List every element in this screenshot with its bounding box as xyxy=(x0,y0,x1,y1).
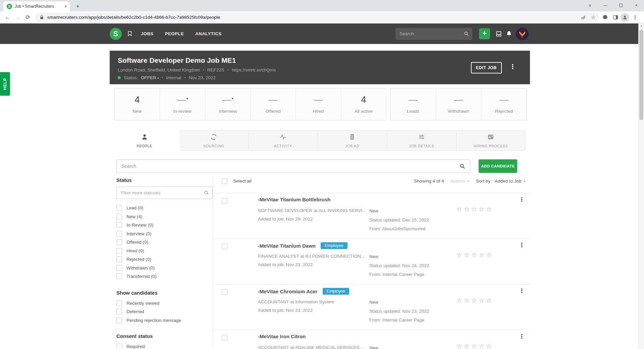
candidate-checkbox[interactable] xyxy=(222,244,227,249)
checkbox[interactable] xyxy=(116,222,122,228)
window-maximize-icon[interactable] xyxy=(613,0,629,11)
tab-hiring-process[interactable]: HIRING PROCESS xyxy=(457,131,526,151)
candidate-search-input[interactable] xyxy=(121,163,460,169)
pipeline-stage-all-active[interactable]: 4All active xyxy=(341,89,386,120)
star-icon[interactable]: ☆ xyxy=(464,251,471,258)
star-icon[interactable]: ☆ xyxy=(479,251,486,258)
star-icon[interactable]: ☆ xyxy=(479,206,486,213)
nav-link-people[interactable]: PEOPLE xyxy=(165,31,184,36)
candidate-rating[interactable]: ☆☆☆☆☆ xyxy=(457,297,493,304)
checkbox[interactable] xyxy=(116,214,122,219)
star-icon[interactable]: ☆ xyxy=(464,206,471,213)
tab-people[interactable]: PEOPLE xyxy=(110,131,179,151)
checkbox[interactable] xyxy=(116,273,122,279)
checkbox[interactable] xyxy=(116,309,122,314)
forward-icon[interactable]: → xyxy=(13,14,23,21)
candidate-menu-kebab-icon[interactable]: ⋮ xyxy=(519,196,525,203)
actions-dropdown[interactable]: Actions xyxy=(450,179,465,184)
candidate-rating[interactable]: ☆☆☆☆☆ xyxy=(457,205,493,213)
star-icon[interactable]: ☆ xyxy=(464,343,471,349)
notifications-bell-icon[interactable] xyxy=(506,30,512,37)
quick-add-button[interactable]: + xyxy=(479,28,490,39)
filter-option-interview-0-[interactable]: Interview (0) xyxy=(116,230,213,238)
filter-option-deferred[interactable]: Deferred xyxy=(116,307,213,316)
star-icon[interactable]: ☆ xyxy=(486,297,493,304)
star-icon[interactable]: ☆ xyxy=(486,343,493,349)
window-minimize-icon[interactable]: — xyxy=(598,0,613,11)
filter-option-hired-0-[interactable]: Hired (0) xyxy=(116,247,213,255)
pipeline-stage-hired[interactable]: —Hired xyxy=(296,89,341,120)
tab-job-details[interactable]: JOB DETAILS xyxy=(387,131,457,151)
candidate-menu-kebab-icon[interactable]: ⋮ xyxy=(519,242,525,249)
star-icon[interactable]: ☆ xyxy=(471,206,479,213)
checkbox[interactable] xyxy=(116,265,122,271)
checkbox[interactable] xyxy=(116,231,122,237)
filter-option-offered-0-[interactable]: Offered (0) xyxy=(116,238,213,247)
candidate-name[interactable]: -MeVitae Chromium AcerEmployee xyxy=(258,288,349,295)
global-search-input[interactable] xyxy=(399,31,464,36)
candidate-name[interactable]: -MeVitae Iron Citron xyxy=(258,334,306,339)
nav-link-analytics[interactable]: ANALYTICS xyxy=(195,31,222,36)
candidate-menu-kebab-icon[interactable]: ⋮ xyxy=(519,333,525,340)
filter-option-required[interactable]: Required xyxy=(116,342,213,349)
bookmark-icon[interactable] xyxy=(127,30,133,37)
browser-tab[interactable]: S Job • SmartRecruiters × xyxy=(3,1,70,11)
candidate-checkbox[interactable] xyxy=(222,289,227,295)
browser-menu-icon[interactable]: ⋮ xyxy=(633,14,638,20)
candidate-rating[interactable]: ☆☆☆☆☆ xyxy=(457,251,493,259)
filter-option-withdrawn-0-[interactable]: Withdrawn (0) xyxy=(116,264,213,272)
pipeline-stage-withdrawn[interactable]: —Withdrawn xyxy=(436,89,482,120)
scrollbar-up-arrow[interactable]: ▲ xyxy=(639,24,644,27)
checkbox[interactable] xyxy=(116,344,122,349)
star-icon[interactable]: ☆ xyxy=(464,297,471,304)
candidate-menu-kebab-icon[interactable]: ⋮ xyxy=(519,287,525,294)
address-bar[interactable]: smartrecruiters.com/app/jobs/details/be6… xyxy=(35,13,599,22)
candidate-rating[interactable]: ☆☆☆☆☆ xyxy=(457,342,493,349)
tab-activity[interactable]: ACTIVITY xyxy=(249,131,318,151)
new-tab-button[interactable]: + xyxy=(74,2,82,10)
edit-job-button[interactable]: EDIT JOB xyxy=(471,62,502,73)
candidate-name[interactable]: -MeVitae Titanium Bottlebrush xyxy=(258,197,330,202)
star-icon[interactable]: ☆ xyxy=(457,206,464,213)
star-icon[interactable]: ☆ xyxy=(457,343,464,349)
star-icon[interactable]: ☆ xyxy=(486,206,493,213)
filter-option-lead-0-[interactable]: Lead (0) xyxy=(116,204,213,212)
smartrecruiters-logo[interactable]: S xyxy=(110,28,122,40)
page-scrollbar[interactable]: ▲ xyxy=(638,23,644,349)
checkbox[interactable] xyxy=(116,317,122,323)
checkbox[interactable] xyxy=(116,205,122,211)
candidate-name[interactable]: -MeVitae Titanium DawnEmployee xyxy=(258,242,347,249)
candidate-checkbox[interactable] xyxy=(222,198,227,204)
global-search[interactable] xyxy=(395,28,472,40)
share-icon[interactable] xyxy=(581,15,586,20)
star-icon[interactable]: ☆ xyxy=(479,297,486,304)
inbox-icon[interactable] xyxy=(495,31,502,37)
tab-search-chevron-icon[interactable]: ∨ xyxy=(582,0,598,11)
checkbox[interactable] xyxy=(116,248,122,254)
extensions-icon[interactable] xyxy=(602,14,608,20)
job-short-url[interactable]: https://smrtr.io/chQms xyxy=(232,67,276,72)
filter-option-transferred-0-[interactable]: Transferred (0) xyxy=(116,272,213,281)
pipeline-stage-interview[interactable]: —▾Interview xyxy=(205,89,251,120)
back-icon[interactable]: ← xyxy=(3,14,13,21)
bookmark-star-icon[interactable]: ☆ xyxy=(591,14,596,20)
tab-sourcing[interactable]: SOURCING xyxy=(179,131,249,151)
star-icon[interactable]: ☆ xyxy=(486,251,493,258)
pipeline-stage-rejected[interactable]: —Rejected xyxy=(481,89,527,120)
reload-icon[interactable]: ⟳ xyxy=(23,14,33,21)
filter-option-pending-rejection-message[interactable]: Pending rejection message xyxy=(116,316,213,325)
star-icon[interactable]: ☆ xyxy=(471,297,479,304)
sort-by-dropdown[interactable]: Added to Job xyxy=(495,179,522,184)
pipeline-stage-in-review[interactable]: —▾In-review xyxy=(160,89,205,120)
tab-close-icon[interactable]: × xyxy=(64,4,67,9)
scrollbar-thumb[interactable] xyxy=(639,30,643,120)
window-close-icon[interactable]: × xyxy=(629,0,644,11)
nav-link-jobs[interactable]: JOBS xyxy=(141,31,154,36)
filter-option-new-4-[interactable]: New (4) xyxy=(116,212,213,221)
pipeline-stage-offered[interactable]: —Offered xyxy=(251,89,296,120)
help-tab[interactable]: HELP xyxy=(0,72,10,96)
star-icon[interactable]: ☆ xyxy=(479,343,486,349)
star-icon[interactable]: ☆ xyxy=(457,251,464,258)
tab-job-ad[interactable]: JOB AD xyxy=(318,131,387,151)
star-icon[interactable]: ☆ xyxy=(471,343,479,349)
